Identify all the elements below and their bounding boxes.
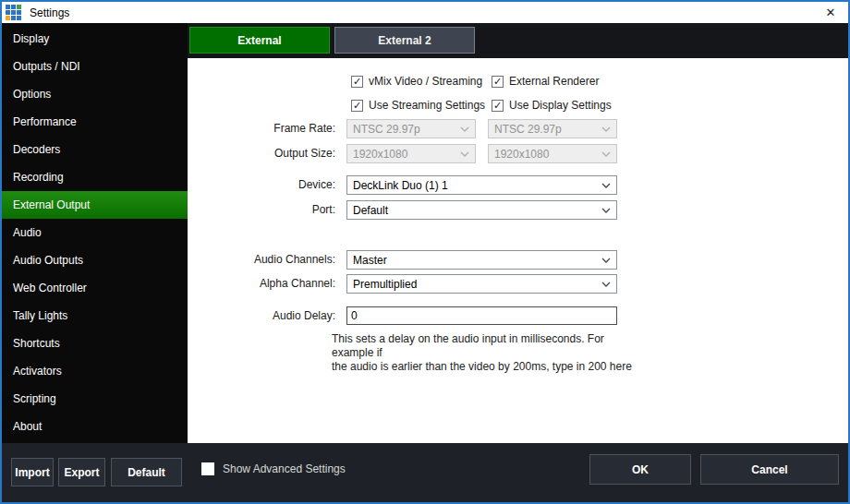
sidebar-item-about[interactable]: About <box>2 413 188 440</box>
external-output-panel: ✓ vMix Video / Streaming ✓ External Rend… <box>188 58 848 443</box>
checkbox-use-display-settings[interactable]: ✓ Use Display Settings <box>492 98 612 113</box>
sidebar-item-options[interactable]: Options <box>2 80 188 108</box>
help-line-2: the audio is earlier than the video by 2… <box>332 360 646 374</box>
sidebar-item-audio-outputs[interactable]: Audio Outputs <box>2 246 188 274</box>
checkbox-checked-icon[interactable]: ✓ <box>351 100 363 112</box>
window-title: Settings <box>30 6 69 19</box>
checkbox-use-streaming-settings[interactable]: ✓ Use Streaming Settings <box>351 98 485 113</box>
checkbox-label: Use Display Settings <box>509 99 612 112</box>
audio-delay-help-text: This sets a delay on the audio input in … <box>332 332 646 374</box>
output-size-select-1: 1920x1080 <box>346 144 476 163</box>
frame-rate-label: Frame Rate: <box>188 119 335 138</box>
device-label: Device: <box>188 175 335 195</box>
sidebar-item-shortcuts[interactable]: Shortcuts <box>2 330 188 357</box>
chevron-down-icon <box>460 126 469 132</box>
sidebar-item-outputs-ndi[interactable]: Outputs / NDI <box>2 53 188 80</box>
checkbox-label: Use Streaming Settings <box>369 99 485 112</box>
show-advanced-settings-label: Show Advanced Settings <box>223 462 346 475</box>
frame-rate-value-1: NTSC 29.97p <box>353 123 420 136</box>
audio-channels-select[interactable]: Master <box>346 250 617 270</box>
sidebar-item-tally-lights[interactable]: Tally Lights <box>2 302 188 330</box>
alpha-channel-label: Alpha Channel: <box>188 274 335 294</box>
footer-bar: Import Export Default Show Advanced Sett… <box>2 443 848 502</box>
chevron-down-icon <box>460 151 469 157</box>
frame-rate-select-2: NTSC 29.97p <box>488 119 617 138</box>
sidebar-item-decoders[interactable]: Decoders <box>2 136 188 163</box>
frame-rate-select-1: NTSC 29.97p <box>346 119 476 138</box>
settings-sidebar: Display Outputs / NDI Options Performanc… <box>2 23 188 443</box>
audio-channels-value: Master <box>353 254 387 267</box>
settings-window: Settings ✕ Display Outputs / NDI Options… <box>0 0 850 504</box>
tab-external[interactable]: External <box>189 27 330 54</box>
checkbox-external-renderer[interactable]: ✓ External Renderer <box>492 74 599 89</box>
device-value: DeckLink Duo (1) 1 <box>353 179 448 192</box>
external-output-tabbar: External External 2 <box>188 23 848 58</box>
checkbox-vmix-video-streaming[interactable]: ✓ vMix Video / Streaming <box>351 74 482 89</box>
frame-rate-value-2: NTSC 29.97p <box>494 123 562 136</box>
vmix-logo-icon <box>6 5 22 21</box>
alpha-channel-select[interactable]: Premultiplied <box>346 274 617 294</box>
chevron-down-icon <box>601 126 611 132</box>
chevron-down-icon <box>601 282 611 287</box>
sidebar-item-external-output[interactable]: External Output <box>2 191 188 219</box>
output-size-label: Output Size: <box>188 144 335 163</box>
cancel-button[interactable]: Cancel <box>700 454 839 485</box>
sidebar-item-recording[interactable]: Recording <box>2 163 188 191</box>
sidebar-item-scripting[interactable]: Scripting <box>2 385 188 413</box>
alpha-channel-value: Premultiplied <box>353 278 417 291</box>
close-icon[interactable]: ✕ <box>820 4 841 21</box>
export-button[interactable]: Export <box>58 458 105 486</box>
chevron-down-icon <box>601 151 611 157</box>
chevron-down-icon <box>601 258 611 263</box>
output-size-select-2: 1920x1080 <box>488 144 617 163</box>
port-label: Port: <box>188 200 335 220</box>
chevron-down-icon <box>601 183 611 188</box>
checkbox-checked-icon[interactable]: ✓ <box>492 100 504 112</box>
show-advanced-settings-checkbox[interactable] <box>201 462 214 475</box>
device-select[interactable]: DeckLink Duo (1) 1 <box>346 175 617 195</box>
sidebar-item-display[interactable]: Display <box>2 25 188 53</box>
help-line-1: This sets a delay on the audio input in … <box>332 332 646 360</box>
checkbox-checked-icon[interactable]: ✓ <box>492 76 504 88</box>
sidebar-item-performance[interactable]: Performance <box>2 108 188 136</box>
sidebar-item-activators[interactable]: Activators <box>2 357 188 385</box>
checkbox-label: External Renderer <box>509 75 599 88</box>
title-bar: Settings ✕ <box>2 2 848 23</box>
audio-delay-input[interactable] <box>346 306 617 325</box>
tab-external-2[interactable]: External 2 <box>334 27 475 54</box>
checkbox-label: vMix Video / Streaming <box>369 75 482 88</box>
audio-channels-label: Audio Channels: <box>188 250 335 270</box>
port-value: Default <box>353 204 388 217</box>
audio-delay-label: Audio Delay: <box>188 306 335 325</box>
output-size-value-2: 1920x1080 <box>494 148 549 161</box>
output-size-value-1: 1920x1080 <box>353 148 407 161</box>
chevron-down-icon <box>601 208 611 213</box>
sidebar-item-web-controller[interactable]: Web Controller <box>2 274 188 302</box>
default-button[interactable]: Default <box>111 458 182 486</box>
import-button[interactable]: Import <box>11 458 54 486</box>
sidebar-item-audio[interactable]: Audio <box>2 219 188 246</box>
ok-button[interactable]: OK <box>589 454 691 485</box>
checkbox-checked-icon[interactable]: ✓ <box>351 76 363 88</box>
port-select[interactable]: Default <box>346 200 617 220</box>
